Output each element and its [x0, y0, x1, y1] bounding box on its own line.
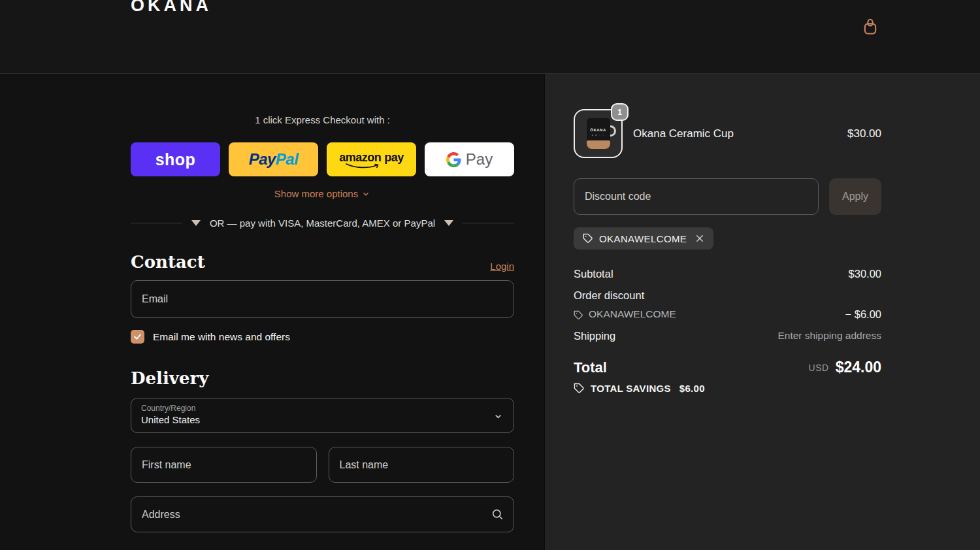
discount-code-row: Apply	[574, 178, 881, 215]
total-label: Total	[574, 359, 607, 376]
product-name: Okana Ceramic Cup	[633, 127, 847, 140]
amazon-smile-icon	[344, 163, 382, 169]
or-separator-text: OR — pay with VISA, MasterCard, AMEX or …	[210, 218, 435, 229]
google-pay-button[interactable]: Pay	[425, 142, 514, 176]
total-savings-label: TOTAL SAVINGS	[591, 383, 671, 394]
last-name-input[interactable]	[329, 447, 515, 483]
email-input[interactable]	[131, 280, 514, 318]
google-g-icon	[446, 152, 461, 167]
divider-line	[463, 223, 514, 223]
shop-pay-button[interactable]: shop	[131, 142, 220, 176]
applied-discount-pill: OKANAWELCOME	[574, 227, 713, 250]
checkout-form-panel: 1 click Express Checkout with : shop Pay…	[0, 74, 544, 550]
total-row: Total USD $24.00	[574, 359, 881, 376]
apply-discount-button[interactable]: Apply	[829, 178, 881, 215]
amazon-pay-button[interactable]: amazonpay	[327, 142, 416, 176]
google-pay-label: Pay	[466, 150, 493, 169]
subtotal-label: Subtotal	[574, 267, 613, 281]
applied-discount-code: OKANAWELCOME	[599, 233, 687, 244]
site-header: OKANA	[0, 0, 980, 74]
address-input[interactable]	[131, 496, 514, 532]
express-checkout-caption: 1 click Express Checkout with :	[131, 114, 514, 125]
chevron-down-icon	[361, 189, 370, 199]
subtotal-row: Subtotal $30.00	[574, 267, 881, 281]
checkmark-icon	[133, 332, 142, 341]
discount-code-input[interactable]	[574, 178, 819, 215]
country-select-value: United States	[141, 414, 487, 425]
subtotal-value: $30.00	[849, 267, 881, 281]
contact-heading: Contact	[131, 252, 205, 272]
shipping-row: Shipping Enter shipping address	[574, 329, 881, 343]
show-more-options-link[interactable]: Show more options	[131, 188, 514, 199]
paypal-logo: PayPal	[249, 150, 299, 169]
shipping-value: Enter shipping address	[777, 329, 881, 343]
product-image-mug: ŌKANA ● ● ○ ○	[587, 118, 610, 149]
name-fields-row	[131, 447, 514, 483]
currency-code: USD	[809, 363, 829, 373]
quantity-badge: 1	[611, 103, 629, 121]
newsletter-label: Email me with news and offers	[153, 331, 290, 343]
country-select[interactable]: Country/Region United States	[131, 398, 514, 433]
search-icon	[491, 508, 504, 521]
or-separator: OR — pay with VISA, MasterCard, AMEX or …	[131, 218, 514, 229]
caret-down-icon	[191, 220, 201, 226]
total-savings-row: TOTAL SAVINGS $6.00	[574, 383, 881, 394]
discount-code-text: OKANAWELCOME	[589, 307, 676, 321]
divider-line	[131, 223, 182, 223]
shipping-label: Shipping	[574, 329, 615, 343]
address-field-wrap	[131, 496, 514, 532]
tag-icon	[574, 310, 583, 319]
paypal-button[interactable]: PayPal	[229, 142, 318, 176]
discount-amount: − $6.00	[845, 307, 881, 321]
country-select-label: Country/Region	[141, 404, 487, 413]
cart-line-item: 1 ŌKANA ● ● ○ ○ Okana Ceramic Cup $30.00	[574, 109, 881, 158]
cart-button[interactable]	[860, 18, 880, 37]
order-discount-row: Order discount	[574, 288, 881, 302]
brand-logo[interactable]: OKANA	[131, 0, 212, 16]
order-discount-label: Order discount	[574, 288, 644, 302]
discount-code-line: OKANAWELCOME − $6.00	[574, 307, 881, 321]
tag-icon	[574, 383, 585, 394]
first-name-input[interactable]	[131, 447, 317, 483]
product-price: $30.00	[847, 127, 881, 140]
remove-discount-icon[interactable]	[695, 234, 704, 243]
checkout-main: 1 click Express Checkout with : shop Pay…	[0, 74, 980, 550]
chevron-down-icon	[493, 412, 503, 421]
total-value: $24.00	[836, 359, 881, 376]
cost-summary: Subtotal $30.00 Order discount OKANAWELC…	[574, 267, 881, 343]
delivery-heading: Delivery	[131, 368, 514, 388]
newsletter-checkbox[interactable]	[131, 330, 144, 344]
login-link[interactable]: Login	[490, 261, 514, 272]
shop-pay-logo: shop	[155, 150, 196, 169]
tag-icon	[583, 233, 593, 244]
shopping-bag-icon	[861, 28, 879, 38]
express-buttons-row: shop PayPal amazonpay	[131, 142, 514, 176]
order-summary-panel: 1 ŌKANA ● ● ○ ○ Okana Ceramic Cup $30.00…	[544, 74, 980, 550]
contact-section-header: Contact Login	[131, 252, 514, 272]
caret-down-icon	[444, 220, 453, 226]
product-thumbnail: 1 ŌKANA ● ● ○ ○	[574, 109, 623, 158]
newsletter-row: Email me with news and offers	[131, 330, 514, 344]
total-savings-value: $6.00	[679, 383, 705, 394]
